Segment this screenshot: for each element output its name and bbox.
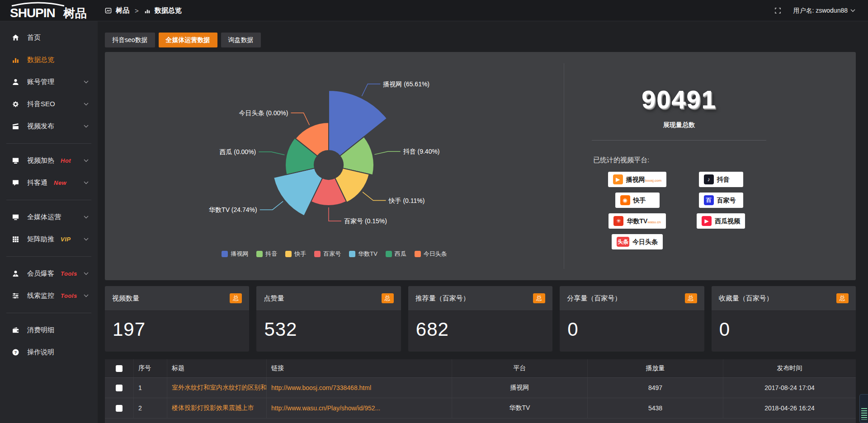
video-title-link[interactable]: 楼体投影灯投影效果震撼上市 — [172, 404, 254, 412]
stat-card-点赞量: 点赞量总532 — [256, 286, 401, 352]
sidebar-item-bar-chart[interactable]: 数据总览 — [0, 49, 98, 71]
sidebar-item-heat[interactable]: 视频加热Hot — [0, 150, 98, 172]
chevron-down-icon — [850, 9, 855, 12]
checkbox-cell — [105, 398, 134, 418]
baijiahao-logo-icon: 百 — [704, 195, 714, 205]
video-url-link[interactable]: http://www.wasu.cn/Play/show/id/952... — [271, 404, 380, 412]
sidebar-item-monitor[interactable]: 全媒体运营 — [0, 206, 98, 228]
gear-icon — [12, 100, 20, 108]
summary-panel: 90491 展现量总数 已统计的视频平台: ▶播视网boosj.com♪抖音◉快… — [575, 52, 783, 280]
legend-item-抖音[interactable]: 抖音 — [256, 250, 277, 258]
select-all-checkbox[interactable] — [116, 365, 123, 372]
user-menu[interactable]: 用户名: zswodun88 — [793, 7, 855, 15]
sidebar-item-label: 抖客通 — [27, 179, 47, 187]
sidebar-item-label: 全媒体运营 — [27, 213, 61, 221]
legend-item-百家号[interactable]: 百家号 — [314, 250, 341, 258]
sidebar-item-label: 线索监控 — [27, 291, 54, 300]
platform-badge-抖音: ♪抖音 — [699, 172, 743, 187]
logo: SHUPIN 树品 — [6, 1, 97, 23]
pie-slice-华数TV[interactable] — [274, 168, 322, 216]
sidebar-item-home[interactable]: 首页 — [0, 27, 98, 49]
breadcrumb-root[interactable]: 树品 — [116, 6, 129, 15]
sidebar-item-badge: VIP — [61, 236, 71, 243]
stat-card-value: 532 — [256, 311, 401, 340]
pie-label-line — [291, 113, 309, 125]
sidebar-item-grid[interactable]: 矩阵助推VIP — [0, 228, 98, 250]
platform-badge-今日头条: 头条今日头条 — [612, 234, 663, 249]
checkbox-cell — [105, 378, 134, 398]
sidebar-item-gear[interactable]: 抖音SEO — [0, 93, 98, 115]
column-header: 标题 — [167, 359, 267, 377]
bar-chart-icon — [144, 8, 151, 14]
row-checkbox[interactable] — [116, 385, 123, 391]
video-title-link[interactable]: 室外水纹灯和室内水纹灯的区别和简介 — [172, 384, 267, 392]
clapper-icon — [12, 122, 20, 130]
sidebar-item-user[interactable]: 账号管理 — [0, 71, 98, 93]
sidebar-item-label: 操作说明 — [27, 348, 54, 357]
platforms-label: 已统计的视频平台: — [593, 156, 783, 164]
video-table: 序号标题链接平台播放量发布时间1室外水纹灯和室内水纹灯的区别和简介http://… — [105, 359, 856, 423]
sidebar-item-label: 数据总览 — [27, 56, 54, 64]
fullscreen-icon[interactable] — [774, 7, 781, 14]
platform-badge-empty — [679, 234, 763, 255]
platform-name: 抖音 — [717, 176, 730, 183]
chart-panel: 播视网 (65.61%)抖音 (9.40%)快手 (0.11%)百家号 (0.1… — [105, 52, 856, 280]
total-badge: 总 — [836, 293, 849, 303]
legend-label: 华数TV — [358, 250, 377, 258]
legend-marker — [386, 251, 392, 257]
platform-name: 快手 — [633, 197, 646, 204]
pie-label: 抖音 (9.40%) — [403, 148, 440, 155]
sidebar-item-label: 矩阵助推 — [27, 235, 54, 244]
topbar-right: 用户名: zswodun88 — [774, 0, 855, 21]
tab-询盘数据[interactable]: 询盘数据 — [221, 33, 261, 47]
boosj-logo-icon: ▶ — [613, 174, 623, 184]
sidebar-item-wallet[interactable]: 消费明细 — [0, 319, 98, 341]
floating-scroll-widget[interactable] — [859, 394, 868, 423]
column-header: 发布时间 — [723, 359, 856, 377]
platform-name: 今日头条 — [632, 238, 658, 245]
topbar: SHUPIN 树品 树品 > 数据总览 用户名: zswodun88 — [0, 0, 868, 21]
monitor-icon — [12, 213, 20, 221]
panel-divider — [564, 63, 564, 269]
sidebar-item-question[interactable]: ?操作说明 — [0, 341, 98, 363]
legend-item-西瓜[interactable]: 西瓜 — [386, 250, 406, 258]
stat-card-value: 197 — [105, 311, 249, 340]
chevron-down-icon — [84, 159, 89, 162]
legend-label: 播视网 — [231, 250, 248, 258]
sidebar-item-chat[interactable]: 抖客通New — [0, 172, 98, 194]
legend-item-华数TV[interactable]: 华数TV — [349, 250, 377, 258]
heat-icon — [12, 157, 20, 164]
stat-card-header: 分享量（百家号）总 — [560, 286, 704, 311]
chevron-down-icon — [84, 80, 89, 84]
sliders-icon — [12, 292, 20, 300]
stat-card-header: 推荐量（百家号）总 — [408, 286, 552, 311]
legend-item-今日头条[interactable]: 今日头条 — [415, 250, 447, 258]
sidebar-divider — [6, 200, 91, 200]
rose-chart: 播视网 (65.61%)抖音 (9.40%)快手 (0.11%)百家号 (0.1… — [105, 52, 564, 264]
row-checkbox[interactable] — [116, 405, 123, 412]
sidebar-item-person[interactable]: 会员爆客Tools — [0, 263, 98, 285]
platform-badge-播视网: ▶播视网boosj.com — [608, 172, 666, 187]
chevron-down-icon — [84, 216, 89, 219]
sidebar-item-clapper[interactable]: 视频发布 — [0, 115, 98, 137]
cell-link: http://www.wasu.cn/Play/show/id/952... — [267, 398, 452, 418]
platform-sub: boosj.com — [645, 179, 661, 183]
chevron-down-icon — [84, 294, 89, 297]
sidebar-item-badge: New — [54, 179, 66, 186]
sidebar-divider — [6, 313, 91, 313]
cell-platform: 华数TV — [452, 398, 588, 418]
stat-card-title: 点赞量 — [264, 294, 284, 303]
legend-item-播视网[interactable]: 播视网 — [222, 250, 248, 258]
video-url-link[interactable]: http://www.boosj.com/7338468.html — [271, 384, 371, 391]
platform-name: 华数TV — [627, 217, 647, 225]
stat-card-value: 0 — [712, 311, 856, 340]
cell-time: 2017-08-24 17:04 — [723, 378, 856, 398]
tab-全媒体运营数据[interactable]: 全媒体运营数据 — [159, 33, 217, 47]
legend-label: 百家号 — [323, 250, 341, 258]
legend-item-快手[interactable]: 快手 — [285, 250, 306, 258]
chevron-down-icon — [84, 181, 89, 184]
sidebar-item-sliders[interactable]: 线索监控Tools — [0, 285, 98, 307]
cell-link: http://www.boosj.com/7338468.html — [267, 378, 452, 398]
legend-label: 抖音 — [265, 250, 277, 258]
tab-抖音seo数据[interactable]: 抖音seo数据 — [105, 33, 155, 47]
